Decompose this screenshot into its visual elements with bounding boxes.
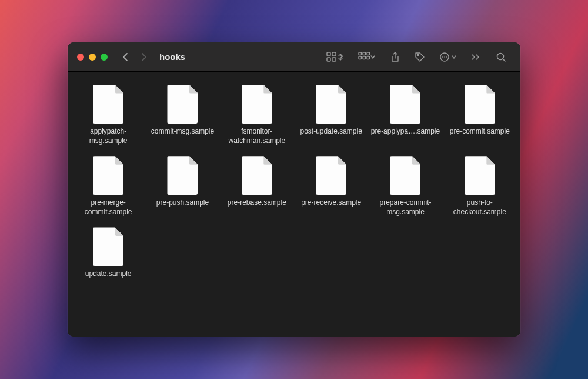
file-item[interactable]: pre-commit.sample xyxy=(444,82,516,148)
share-button[interactable] xyxy=(385,49,405,65)
svg-point-10 xyxy=(417,54,418,55)
file-label: push-to-checkout.sample xyxy=(445,198,514,217)
finder-window: hooks xyxy=(68,42,520,337)
minimize-button[interactable] xyxy=(89,54,96,61)
file-item[interactable]: update.sample xyxy=(72,225,144,281)
file-grid-area[interactable]: applypatch-msg.samplecommit-msg.samplefs… xyxy=(68,72,520,337)
file-label: pre-push.sample xyxy=(156,198,209,208)
forward-button[interactable] xyxy=(137,50,151,64)
action-menu-button[interactable] xyxy=(435,49,462,65)
file-item[interactable]: commit-msg.sample xyxy=(146,82,218,148)
document-icon xyxy=(316,156,346,195)
svg-rect-6 xyxy=(367,52,370,55)
document-icon xyxy=(93,85,123,124)
svg-rect-2 xyxy=(327,58,330,61)
svg-rect-5 xyxy=(363,52,366,55)
document-icon xyxy=(465,85,495,124)
file-item[interactable]: pre-receive.sample xyxy=(295,154,367,219)
tags-button[interactable] xyxy=(410,49,430,65)
file-label: pre-merge-commit.sample xyxy=(74,198,143,217)
window-title: hooks xyxy=(159,52,185,62)
zoom-button[interactable] xyxy=(101,54,108,61)
svg-point-13 xyxy=(444,56,445,58)
svg-point-14 xyxy=(446,56,447,58)
svg-rect-3 xyxy=(332,58,336,61)
document-icon xyxy=(167,156,198,195)
svg-rect-1 xyxy=(332,52,336,56)
overflow-button[interactable] xyxy=(466,49,486,65)
search-button[interactable] xyxy=(491,49,511,65)
document-icon xyxy=(242,85,272,124)
file-item[interactable]: fsmonitor-watchman.sample xyxy=(221,82,293,148)
back-button[interactable] xyxy=(118,50,132,64)
svg-line-16 xyxy=(503,59,505,61)
document-icon xyxy=(316,85,346,124)
group-by-button[interactable] xyxy=(353,49,380,65)
file-label: commit-msg.sample xyxy=(151,127,214,137)
svg-rect-4 xyxy=(359,52,362,55)
file-label: pre-commit.sample xyxy=(450,127,510,137)
file-item[interactable]: prepare-commit-msg.sample xyxy=(369,154,441,219)
document-icon xyxy=(390,156,420,195)
file-item[interactable]: pre-merge-commit.sample xyxy=(72,154,144,219)
document-icon xyxy=(242,156,272,195)
document-icon xyxy=(167,85,198,124)
titlebar: hooks xyxy=(68,42,520,72)
file-grid: applypatch-msg.samplecommit-msg.samplefs… xyxy=(72,82,516,281)
svg-rect-8 xyxy=(363,56,366,59)
traffic-lights xyxy=(77,54,108,61)
document-icon xyxy=(93,156,123,195)
file-item[interactable]: post-update.sample xyxy=(295,82,367,148)
file-label: fsmonitor-watchman.sample xyxy=(222,127,292,145)
svg-rect-0 xyxy=(327,52,330,56)
file-item[interactable]: pre-push.sample xyxy=(146,154,218,219)
file-label: pre-receive.sample xyxy=(301,198,361,208)
document-icon xyxy=(93,227,123,266)
svg-rect-9 xyxy=(367,56,370,59)
file-item[interactable]: pre-rebase.sample xyxy=(221,154,293,219)
file-item[interactable]: push-to-checkout.sample xyxy=(444,154,516,219)
document-icon xyxy=(390,85,420,124)
svg-point-12 xyxy=(442,56,443,58)
document-icon xyxy=(465,156,495,195)
file-label: post-update.sample xyxy=(300,127,362,137)
file-label: applypatch-msg.sample xyxy=(74,127,143,145)
file-label: update.sample xyxy=(85,270,132,279)
file-label: pre-applypa….sample xyxy=(371,127,440,137)
file-item[interactable]: applypatch-msg.sample xyxy=(72,82,144,148)
view-icon-button[interactable] xyxy=(322,49,349,65)
close-button[interactable] xyxy=(77,54,84,61)
file-label: pre-rebase.sample xyxy=(228,198,286,208)
svg-rect-7 xyxy=(359,56,362,59)
file-item[interactable]: pre-applypa….sample xyxy=(369,82,441,148)
file-label: prepare-commit-msg.sample xyxy=(370,198,440,217)
